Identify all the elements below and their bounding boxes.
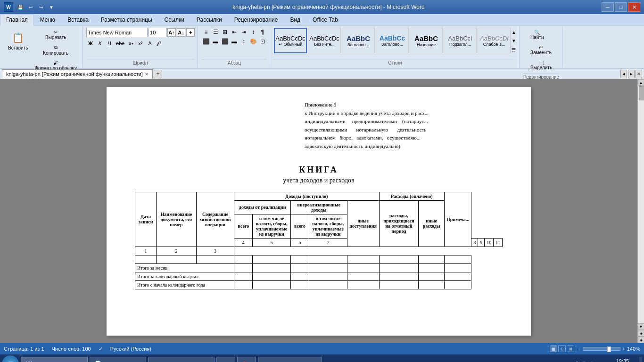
select-label: Выделить xyxy=(530,65,552,70)
style-weak[interactable]: AaBbCcDi Слабое в... xyxy=(478,28,511,53)
minimize-btn[interactable]: ─ xyxy=(602,2,614,12)
align-left-btn[interactable]: ⬛ xyxy=(202,37,210,46)
tab-home[interactable]: Главная xyxy=(0,14,34,26)
change-styles-btn[interactable]: ☰ xyxy=(512,47,516,52)
tab-scroll-right[interactable]: ► xyxy=(628,70,635,78)
show-marks-btn[interactable]: ¶ xyxy=(258,28,267,36)
tab-mailings[interactable]: Рассылки xyxy=(190,14,228,25)
style-scroll-down[interactable]: ▼ xyxy=(512,38,516,43)
style-noformat[interactable]: AaBbCcDc Без инте... xyxy=(308,28,341,53)
style-title[interactable]: AaBbC Название xyxy=(410,28,443,53)
subscript-btn[interactable]: x₂ xyxy=(127,39,135,48)
doc-tab-close-btn[interactable]: ✕ xyxy=(145,72,149,77)
style-normal[interactable]: AaBbCcDc ↵ Обычный xyxy=(274,28,307,53)
col-num-7: 7 xyxy=(309,238,347,247)
shrink-font-btn[interactable]: A↓ xyxy=(177,28,185,37)
data-docname xyxy=(157,255,196,263)
bold-btn[interactable]: Ж xyxy=(86,39,95,48)
tab-references[interactable]: Ссылки xyxy=(158,14,190,25)
align-right-btn[interactable]: ⬛ xyxy=(221,37,229,46)
style-heading1[interactable]: AaBbC Заголово... xyxy=(342,28,375,53)
font-size-input[interactable] xyxy=(149,28,166,37)
increase-indent-btn[interactable]: ⇥ xyxy=(239,28,248,36)
save-quick-btn[interactable]: 💾 xyxy=(16,3,25,11)
italic-btn[interactable]: К xyxy=(96,39,104,48)
strikethrough-btn[interactable]: abc xyxy=(115,39,126,48)
highlight-btn[interactable]: 🖊 xyxy=(155,39,164,48)
doc-main-title: КНИГА учета доходов и расходов xyxy=(135,165,503,184)
new-tab-btn[interactable]: + xyxy=(154,70,162,78)
document-scroll-area[interactable]: Приложение 9 к Инструкции о порядке веде… xyxy=(0,79,637,343)
superscript-btn[interactable]: x² xyxy=(136,39,145,48)
tab-close-all[interactable]: ✕ xyxy=(636,70,642,78)
total-quarter-c4 xyxy=(234,272,253,280)
tab-view[interactable]: Вид xyxy=(284,14,306,25)
tab-layout[interactable]: Разметка страницы xyxy=(95,14,158,25)
underline-btn[interactable]: Ч xyxy=(105,39,114,48)
line-spacing-btn[interactable]: ↕ xyxy=(239,37,248,46)
list-numbers-btn[interactable]: ☰ xyxy=(211,28,220,36)
taskbar-opera-item[interactable]: O xyxy=(237,357,256,362)
taskbar-email-item[interactable]: ✉ xyxy=(216,357,235,362)
paste-button[interactable]: 📋 Вставить xyxy=(5,28,31,53)
scroll-thumb[interactable] xyxy=(639,86,644,100)
scroll-page-down[interactable]: ◈ xyxy=(638,337,644,343)
grow-font-btn[interactable]: A↑ xyxy=(167,28,176,37)
view-mode-btns: ▦ ⊡ ⊞ xyxy=(550,346,574,352)
style-subtitle[interactable]: AaBbCcI Подзагол... xyxy=(444,28,477,53)
scroll-page-up[interactable]: ◈ xyxy=(638,330,644,337)
taskbar-uchet-item[interactable]: 📄 Учет xyxy=(90,357,146,362)
redo-quick-btn[interactable]: ↪ xyxy=(37,3,45,11)
view-web-btn[interactable]: ⊞ xyxy=(567,346,574,352)
vertical-scrollbar[interactable]: ▲ ▼ ◈ ◈ xyxy=(637,79,644,343)
tab-officetab[interactable]: Office Tab xyxy=(306,14,344,25)
tab-menu[interactable]: Меню xyxy=(34,14,61,25)
th-operation: Содержание хозяйственной операции xyxy=(196,192,234,247)
find-btn[interactable]: 🔍 Найти xyxy=(528,28,546,42)
decrease-indent-btn[interactable]: ⇤ xyxy=(230,28,239,36)
scroll-up-btn[interactable]: ▲ xyxy=(638,79,644,86)
sort-btn[interactable]: ↕ xyxy=(249,28,257,36)
tab-scroll-left[interactable]: ◄ xyxy=(620,70,627,78)
taskbar-ie-item[interactable]: e Заполнение книги... xyxy=(258,357,322,362)
select-btn[interactable]: ⬚ Выделить xyxy=(528,58,554,72)
scroll-down-btn[interactable]: ▼ xyxy=(638,323,644,330)
borders-btn[interactable]: ⊡ xyxy=(258,37,267,46)
style-scroll-up[interactable]: ▲ xyxy=(512,30,516,35)
styles-label: Стили xyxy=(274,59,516,66)
clear-format-btn[interactable]: ✦ xyxy=(186,28,195,37)
font-name-input[interactable] xyxy=(86,28,148,37)
start-button[interactable]: ⊞ xyxy=(2,355,19,362)
align-justify-btn[interactable]: ▬ xyxy=(230,37,239,46)
editing-items: 🔍 Найти ⇄ Заменить ⬚ Выделить xyxy=(528,28,554,72)
tab-review[interactable]: Рецензирование xyxy=(228,14,284,25)
total-month-c4 xyxy=(234,263,253,272)
zoom-in-btn[interactable]: + xyxy=(622,346,625,352)
view-fullscreen-btn[interactable]: ⊡ xyxy=(558,346,566,352)
replace-btn[interactable]: ⇄ Заменить xyxy=(528,43,554,57)
taskbar-excel-item[interactable]: X Microsoft Excel – Ф... xyxy=(148,357,214,362)
taskbar-word-item[interactable]: W kniga-yheta-pn [Ре... xyxy=(21,357,88,362)
style-heading2[interactable]: AaBbCc Заголово... xyxy=(376,28,409,53)
undo-quick-btn[interactable]: ↩ xyxy=(26,3,35,11)
shading-btn[interactable]: 🎨 xyxy=(249,37,257,46)
show-desktop-btn[interactable] xyxy=(639,357,642,362)
zoom-thumb[interactable] xyxy=(607,346,611,352)
taskbar-clock[interactable]: 19:35 07.05.2018 xyxy=(610,358,636,362)
copy-button[interactable]: ⧉ Копировать xyxy=(32,43,79,58)
close-btn[interactable]: ✕ xyxy=(628,2,640,12)
language-info[interactable]: Русский (Россия) xyxy=(110,346,151,352)
align-center-btn[interactable]: ▬ xyxy=(211,37,220,46)
list-bullets-btn[interactable]: ≡ xyxy=(202,28,210,36)
font-color-btn[interactable]: A xyxy=(146,39,154,48)
maximize-btn[interactable]: □ xyxy=(615,2,627,12)
cut-button[interactable]: ✂ Вырезать xyxy=(32,28,79,42)
multilevel-list-btn[interactable]: ⊞ xyxy=(221,28,229,36)
doc-tab-main[interactable]: kniga-yheta-pn [Режим ограниченной функц… xyxy=(2,69,153,79)
zoom-out-btn[interactable]: − xyxy=(578,346,581,352)
zoom-slider[interactable] xyxy=(583,347,620,351)
tab-insert[interactable]: Вставка xyxy=(61,14,95,25)
view-print-btn[interactable]: ▦ xyxy=(550,346,557,352)
customize-quick-btn[interactable]: ▼ xyxy=(47,3,56,11)
col-num-5: 5 xyxy=(253,238,291,247)
